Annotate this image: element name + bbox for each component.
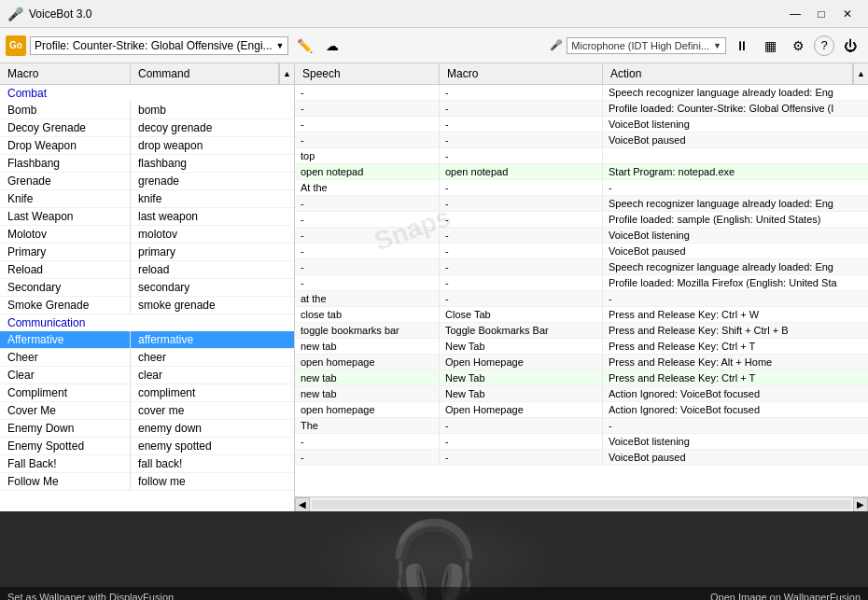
log-row: open notepadopen notepadStart Program: n… (295, 164, 868, 180)
macro-name-cell: Affermative (0, 331, 131, 348)
macro-row[interactable]: Drop Weapondrop weapon (0, 137, 294, 155)
log-action-cell: Press and Release Key: Alt + Home (603, 355, 868, 370)
log-speech-cell: - (295, 133, 440, 147)
macro-command-cell: fall back! (131, 455, 294, 472)
macro-row[interactable]: Complimentcompliment (0, 384, 294, 402)
profile-icon: Go (6, 35, 26, 56)
category-header: Combat (0, 85, 294, 102)
log-row: --VoiceBot listening (295, 117, 868, 133)
edit-button[interactable]: ✏️ (292, 34, 316, 58)
profile-label: Profile: Counter-Strike: Global Offensiv… (35, 39, 273, 52)
mic-dropdown[interactable]: Microphone (IDT High Defini... ▼ (567, 37, 726, 54)
macro-row[interactable]: Cover Mecover me (0, 402, 294, 420)
maximize-button[interactable]: □ (808, 2, 834, 26)
macro-name-cell: Secondary (0, 279, 131, 296)
mic-section: 🎤 Microphone (IDT High Defini... ▼ (550, 37, 726, 54)
macro-name-cell: Molotov (0, 226, 131, 243)
macro-name-cell: Drop Weapon (0, 137, 131, 154)
macro-row[interactable]: Bombbomb (0, 102, 294, 119)
macro-row[interactable]: Reloadreload (0, 261, 294, 279)
pause-button[interactable]: ⏸ (730, 34, 754, 58)
log-macro-cell: - (440, 180, 603, 195)
log-speech-cell: top (295, 148, 440, 163)
log-action-cell: Press and Release Key: Ctrl + T (603, 339, 868, 354)
macro-row[interactable]: Flashbangflashbang (0, 155, 294, 173)
grid-button[interactable]: ▦ (758, 34, 782, 58)
macro-row[interactable]: Secondarysecondary (0, 279, 294, 297)
log-speech-cell: toggle bookmarks bar (295, 323, 440, 338)
log-speech-cell: close tab (295, 307, 440, 322)
log-row: --Speech recognizer language already loa… (295, 196, 868, 212)
log-panel: Speech Macro Action ▲ --Speech recognize… (295, 63, 868, 511)
log-macro-cell: New Tab (440, 386, 603, 401)
set-wallpaper-link[interactable]: Set as Wallpaper with DisplayFusion (7, 592, 174, 600)
profile-section: Go Profile: Counter-Strike: Global Offen… (6, 34, 546, 58)
macro-row[interactable]: Affermativeaffermative (0, 331, 294, 349)
macro-row[interactable]: Knifeknife (0, 190, 294, 208)
app-icon: 🎤 (7, 7, 23, 21)
mic-arrow-icon: ▼ (713, 41, 721, 50)
macro-list[interactable]: CombatBombbombDecoy Grenadedecoy grenade… (0, 85, 294, 511)
macro-name-cell: Clear (0, 367, 131, 384)
macro-row[interactable]: Enemy Spottedenemy spotted (0, 438, 294, 455)
macro-command-cell: decoy grenade (131, 119, 294, 136)
cloud-button[interactable]: ☁ (320, 34, 344, 58)
log-action-cell: Profile loaded: Counter-Strike: Global O… (603, 101, 868, 116)
macro-command-cell: bomb (131, 102, 294, 119)
log-macro-cell: - (440, 212, 603, 227)
macro-row[interactable]: Grenadegrenade (0, 173, 294, 190)
log-macro-cell: - (440, 275, 603, 290)
log-macro-cell: - (440, 291, 603, 306)
macro-row[interactable]: Molotovmolotov (0, 226, 294, 244)
macro-row[interactable]: Cheercheer (0, 349, 294, 367)
log-row: at the-- (295, 291, 868, 307)
log-macro-cell: - (440, 133, 603, 147)
macro-name-cell: Primary (0, 244, 131, 260)
macro-name-cell: Follow Me (0, 473, 131, 490)
log-action-cell: - (603, 418, 868, 433)
macro-row[interactable]: Enemy Downenemy down (0, 420, 294, 438)
macro-row[interactable]: Smoke Grenadesmoke grenade (0, 297, 294, 314)
log-speech-cell: - (295, 228, 440, 243)
horizontal-scrollbar[interactable]: ◀ ▶ (295, 496, 868, 511)
open-image-link[interactable]: Open Image on WallpaperFusion (710, 592, 861, 600)
macro-name-cell: Grenade (0, 173, 131, 189)
macro-name-cell: Decoy Grenade (0, 119, 131, 136)
main-content: Macro Command ▲ CombatBombbombDecoy Gren… (0, 63, 868, 511)
macro-row[interactable]: Fall Back!fall back! (0, 455, 294, 473)
log-action-cell: VoiceBot paused (603, 133, 868, 147)
log-macro-cell: Close Tab (440, 307, 603, 322)
macro-row[interactable]: Last Weaponlast weapon (0, 208, 294, 226)
log-macro-cell: - (440, 418, 603, 433)
log-action-cell: Profile loaded: sample (English: United … (603, 212, 868, 227)
scroll-up-button[interactable]: ▲ (279, 63, 294, 84)
power-button[interactable]: ⏻ (838, 34, 862, 58)
log-scroll-up-button[interactable]: ▲ (853, 63, 868, 84)
macro-command-cell: last weapon (131, 208, 294, 225)
log-macro-cell: - (440, 244, 603, 258)
macro-row[interactable]: Primaryprimary (0, 244, 294, 261)
toolbar: Go Profile: Counter-Strike: Global Offen… (0, 28, 868, 63)
log-speech-cell: - (295, 196, 440, 211)
hscroll-left-button[interactable]: ◀ (295, 497, 310, 512)
macro-row[interactable]: Decoy Grenadedecoy grenade (0, 119, 294, 137)
macro-header: Macro Command ▲ (0, 63, 294, 85)
log-action-cell: Speech recognizer language already loade… (603, 259, 868, 274)
settings-button[interactable]: ⚙ (786, 34, 810, 58)
app-title: VoiceBot 3.0 (29, 7, 782, 21)
log-row: --Speech recognizer language already loa… (295, 85, 868, 101)
log-action-cell: Start Program: notepad.exe (603, 164, 868, 179)
macro-row[interactable]: Clearclear (0, 367, 294, 384)
log-action-cell: VoiceBot listening (603, 228, 868, 243)
macro-row[interactable]: Follow Mefollow me (0, 473, 294, 491)
hscroll-right-button[interactable]: ▶ (853, 497, 868, 512)
close-button[interactable]: ✕ (834, 2, 861, 26)
profile-dropdown[interactable]: Profile: Counter-Strike: Global Offensiv… (30, 36, 288, 55)
log-speech-cell: At the (295, 180, 440, 195)
help-button[interactable]: ? (814, 35, 834, 56)
mic-icon: 🎤 (550, 39, 563, 51)
macro-command-cell: cheer (131, 349, 294, 366)
log-list[interactable]: --Speech recognizer language already loa… (295, 85, 868, 496)
macro-command-cell: follow me (131, 473, 294, 490)
minimize-button[interactable]: — (782, 2, 808, 26)
